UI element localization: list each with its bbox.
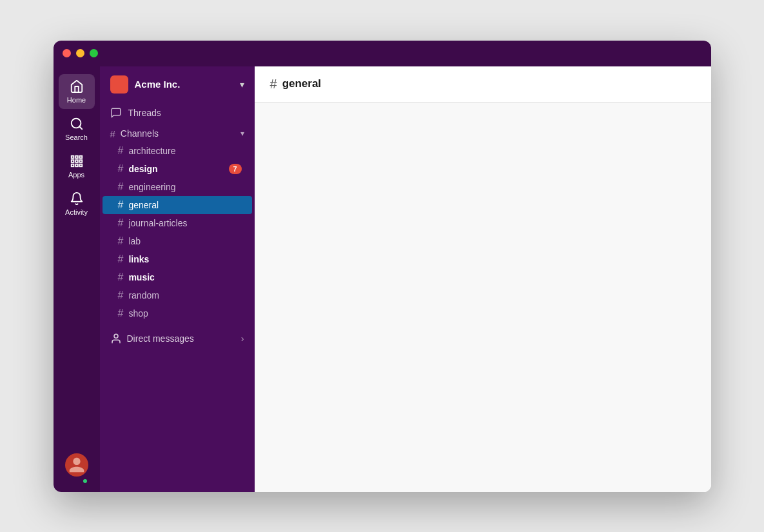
- channel-item-journal-articles[interactable]: #journal-articles: [103, 214, 252, 232]
- close-button[interactable]: [63, 49, 71, 57]
- channel-name-label: journal-articles: [128, 218, 187, 228]
- svg-line-1: [79, 126, 82, 129]
- channel-header: # general: [255, 66, 711, 103]
- search-label: Search: [65, 133, 88, 141]
- avatar-icon: [68, 456, 86, 474]
- channel-item-shop[interactable]: #shop: [103, 304, 252, 322]
- dm-label: Direct messages: [127, 333, 194, 344]
- channels-label: Channels: [121, 128, 159, 139]
- channel-hash-icon: #: [118, 271, 124, 283]
- channels-section-header[interactable]: # Channels ▾: [100, 123, 255, 142]
- channel-item-random[interactable]: #random: [103, 286, 252, 304]
- home-icon: [70, 79, 84, 94]
- workspace-logo: [110, 75, 128, 94]
- svg-rect-10: [79, 164, 82, 166]
- threads-nav-item[interactable]: Threads: [100, 103, 255, 123]
- svg-rect-6: [75, 160, 78, 163]
- app-body: Home Search: [54, 66, 711, 492]
- channel-hash-icon: #: [118, 181, 124, 193]
- sidebar-item-search[interactable]: Search: [59, 112, 95, 146]
- channel-item-general[interactable]: #general: [103, 196, 252, 214]
- workspace-chevron-icon: ▾: [240, 79, 244, 90]
- channel-hash-icon: #: [118, 290, 124, 301]
- app-window: Home Search: [54, 41, 711, 492]
- minimize-button[interactable]: [76, 49, 84, 57]
- user-avatar[interactable]: [65, 453, 88, 484]
- apps-label: Apps: [68, 171, 84, 179]
- apps-icon: [70, 154, 84, 168]
- channel-hash-icon: #: [118, 163, 124, 175]
- channel-header-name: general: [282, 77, 321, 90]
- icon-sidebar: Home Search: [54, 66, 100, 492]
- channel-hash-icon: #: [118, 253, 124, 265]
- channel-sidebar: Acme Inc. ▾ Threads # Channels ▾ #archit…: [100, 66, 255, 492]
- channel-hash-icon: #: [118, 145, 124, 157]
- workspace-name: Acme Inc.: [135, 79, 181, 90]
- channel-item-links[interactable]: #links: [103, 250, 252, 268]
- activity-icon: [70, 192, 84, 206]
- channel-hash-icon: #: [118, 199, 124, 211]
- channels-expand-icon: ▾: [240, 129, 244, 138]
- channel-name-label: shop: [128, 308, 148, 319]
- dm-chevron-icon: ›: [241, 333, 244, 344]
- channel-item-engineering[interactable]: #engineering: [103, 178, 252, 196]
- svg-rect-9: [75, 164, 78, 166]
- channel-list: #architecture#design7#engineering#genera…: [100, 142, 255, 322]
- channel-name-label: links: [128, 254, 149, 264]
- channel-name-label: architecture: [128, 146, 175, 156]
- dm-icon: [110, 333, 122, 344]
- channel-hash-icon: #: [118, 235, 124, 247]
- main-content: # general: [255, 66, 711, 492]
- channel-name-label: lab: [128, 236, 141, 246]
- channel-messages-area: [255, 103, 711, 492]
- svg-rect-5: [71, 160, 73, 163]
- hash-icon: #: [110, 128, 115, 139]
- sidebar-item-apps[interactable]: Apps: [59, 149, 95, 184]
- channel-item-design[interactable]: #design7: [103, 160, 252, 178]
- unread-badge: 7: [229, 164, 242, 174]
- activity-label: Activity: [65, 208, 88, 216]
- direct-messages-section[interactable]: Direct messages ›: [100, 328, 255, 350]
- channel-header-hash: #: [270, 77, 277, 92]
- home-label: Home: [67, 96, 86, 104]
- channel-hash-icon: #: [118, 217, 124, 229]
- channel-name-label: random: [128, 290, 159, 300]
- workspace-header[interactable]: Acme Inc. ▾: [100, 66, 255, 103]
- sidebar-item-activity[interactable]: Activity: [59, 186, 95, 221]
- svg-rect-3: [75, 155, 78, 158]
- maximize-button[interactable]: [90, 49, 98, 57]
- threads-icon: [110, 107, 122, 119]
- avatar-image: [65, 453, 88, 477]
- channel-name-label: engineering: [128, 182, 175, 192]
- channel-hash-icon: #: [118, 308, 124, 319]
- svg-rect-4: [79, 155, 82, 158]
- svg-rect-2: [71, 155, 73, 158]
- online-status-dot: [82, 478, 88, 484]
- title-bar: [54, 41, 711, 66]
- channel-item-lab[interactable]: #lab: [103, 232, 252, 250]
- sidebar-item-home[interactable]: Home: [59, 74, 95, 109]
- channel-item-architecture[interactable]: #architecture: [103, 142, 252, 160]
- search-icon: [70, 117, 84, 131]
- svg-rect-7: [79, 160, 82, 163]
- svg-point-11: [114, 334, 118, 338]
- channel-name-label: music: [128, 272, 154, 282]
- channel-name-label: design: [128, 164, 157, 174]
- threads-label: Threads: [128, 108, 161, 118]
- channel-item-music[interactable]: #music: [103, 268, 252, 286]
- channel-name-label: general: [128, 200, 159, 210]
- svg-rect-8: [71, 164, 73, 166]
